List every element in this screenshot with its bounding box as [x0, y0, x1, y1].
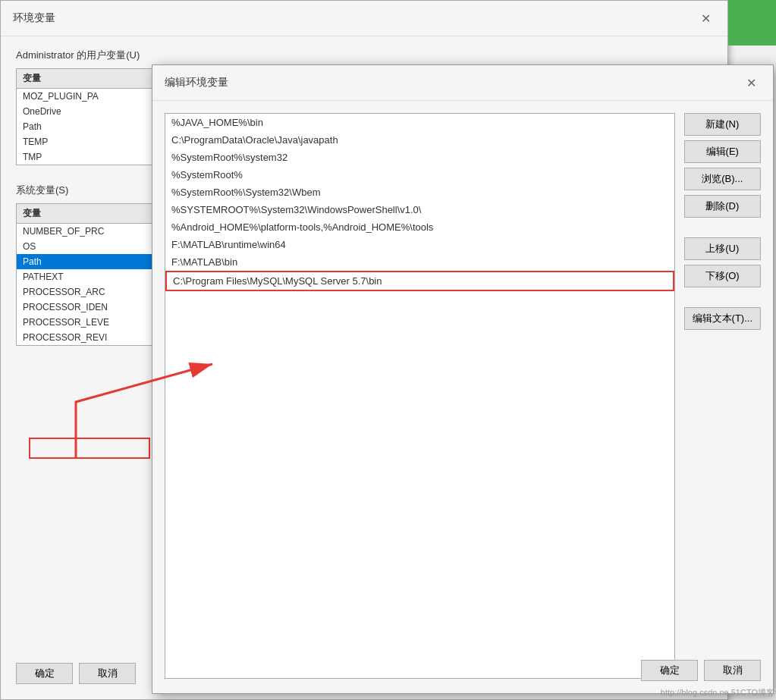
edit-button[interactable]: 编辑(E) — [684, 140, 761, 163]
system-var-col-header: 变量 — [23, 207, 41, 220]
edit-ok-button[interactable]: 确定 — [641, 660, 698, 681]
path-list-area: %JAVA_HOME%\bin C:\ProgramData\Oracle\Ja… — [165, 113, 675, 679]
browse-button[interactable]: 浏览(B)... — [684, 168, 761, 190]
edit-text-button[interactable]: 编辑文本(T)... — [684, 307, 761, 330]
bottom-buttons-area: 确定 取消 — [16, 663, 136, 684]
edit-titlebar: 编辑环境变量 ✕ — [152, 65, 773, 101]
move-up-button[interactable]: 上移(U) — [684, 237, 761, 260]
edit-dialog-bottom-buttons: 确定 取消 — [641, 660, 761, 681]
green-bar — [728, 0, 776, 46]
list-item[interactable]: C:\ProgramData\Oracle\Java\javapath — [165, 131, 674, 149]
env-ok-button[interactable]: 确定 — [16, 663, 73, 684]
list-item[interactable]: %Android_HOME%\platform-tools,%Android_H… — [165, 218, 674, 236]
list-item[interactable]: %SystemRoot%\System32\Wbem — [165, 184, 674, 201]
watermark: http://blog.csdn.ne 51CTO博客 — [661, 687, 774, 698]
highlighted-path-item[interactable]: C:\Program Files\MySQL\MySQL Server 5.7\… — [165, 271, 674, 291]
list-item[interactable]: %SYSTEMROOT%\System32\WindowsPowerShell\… — [165, 201, 674, 218]
path-listbox[interactable]: %JAVA_HOME%\bin C:\ProgramData\Oracle\Ja… — [165, 113, 675, 679]
list-item[interactable]: %SystemRoot%\system32 — [165, 149, 674, 166]
list-item[interactable]: %JAVA_HOME%\bin — [165, 114, 674, 131]
list-item[interactable]: %SystemRoot% — [165, 166, 674, 184]
new-button[interactable]: 新建(N) — [684, 113, 761, 136]
admin-section-title: Administrator 的用户变量(U) — [16, 49, 712, 62]
list-item[interactable]: F:\MATLAB\bin — [165, 253, 674, 271]
env-cancel-button[interactable]: 取消 — [79, 663, 136, 684]
move-down-button[interactable]: 下移(O) — [684, 265, 761, 287]
env-close-button[interactable]: ✕ — [696, 8, 715, 28]
edit-cancel-button[interactable]: 取消 — [704, 660, 761, 681]
admin-var-col-header: 变量 — [23, 72, 41, 85]
edit-env-dialog: 编辑环境变量 ✕ %JAVA_HOME%\bin C:\ProgramData\… — [152, 64, 774, 694]
edit-content: %JAVA_HOME%\bin C:\ProgramData\Oracle\Ja… — [152, 101, 773, 691]
delete-button[interactable]: 删除(D) — [684, 195, 761, 218]
edit-dialog-title: 编辑环境变量 — [165, 76, 228, 89]
list-item[interactable]: F:\MATLAB\runtime\win64 — [165, 236, 674, 253]
env-window-title: 环境变量 — [13, 11, 55, 25]
edit-action-buttons: 新建(N) 编辑(E) 浏览(B)... 删除(D) 上移(U) 下移(O) 编… — [684, 113, 761, 679]
edit-close-button[interactable]: ✕ — [741, 73, 761, 93]
env-titlebar: 环境变量 ✕ — [1, 1, 727, 36]
